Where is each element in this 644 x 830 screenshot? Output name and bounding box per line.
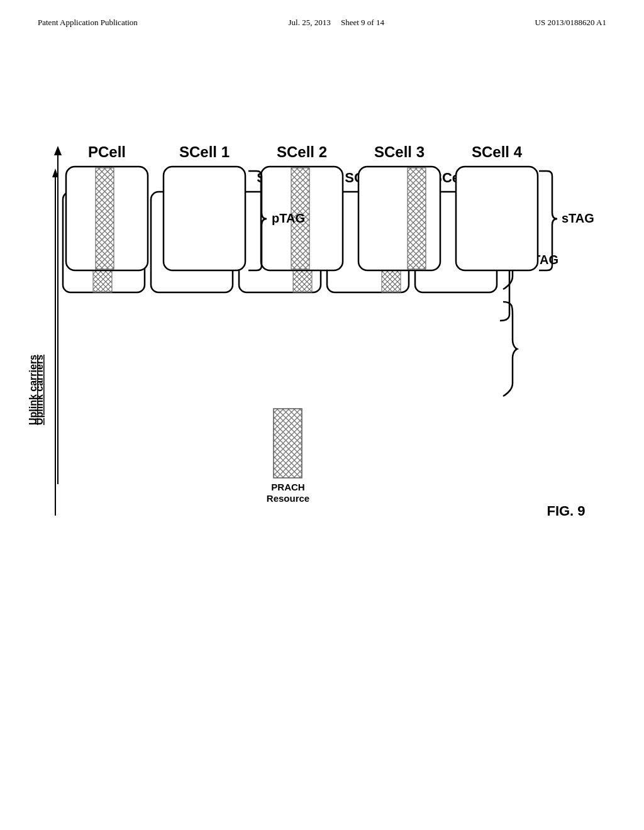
svg-text:PCell: PCell bbox=[88, 143, 126, 160]
svg-rect-4 bbox=[164, 167, 245, 270]
svg-text:SCell 3: SCell 3 bbox=[374, 143, 425, 160]
header-center: Jul. 25, 2013 Sheet 9 of 14 bbox=[289, 18, 384, 28]
svg-marker-16 bbox=[54, 146, 62, 155]
svg-text:SCell 1: SCell 1 bbox=[179, 143, 230, 160]
svg-text:Uplink carriers: Uplink carriers bbox=[28, 355, 38, 425]
svg-text:FIG. 9: FIG. 9 bbox=[547, 503, 585, 519]
header-right: US 2013/0188620 A1 bbox=[535, 18, 606, 28]
svg-rect-10 bbox=[408, 168, 426, 269]
svg-rect-2 bbox=[96, 168, 114, 269]
svg-text:sTAG: sTAG bbox=[562, 211, 594, 225]
page-header: Patent Application Publication Jul. 25, … bbox=[0, 0, 644, 28]
svg-rect-12 bbox=[456, 167, 538, 270]
svg-text:pTAG: pTAG bbox=[272, 211, 305, 225]
svg-rect-18 bbox=[274, 409, 302, 478]
svg-text:SCell 2: SCell 2 bbox=[277, 143, 327, 160]
svg-text:Resource: Resource bbox=[267, 493, 309, 504]
svg-text:PRACH: PRACH bbox=[271, 482, 304, 492]
svg-text:SCell 4: SCell 4 bbox=[472, 143, 523, 160]
header-left: Patent Application Publication bbox=[38, 18, 138, 28]
main-diagram: PCell SCell 1 SCell 2 SCell 3 SCell 4 pT… bbox=[0, 75, 644, 817]
svg-rect-9 bbox=[358, 167, 440, 270]
